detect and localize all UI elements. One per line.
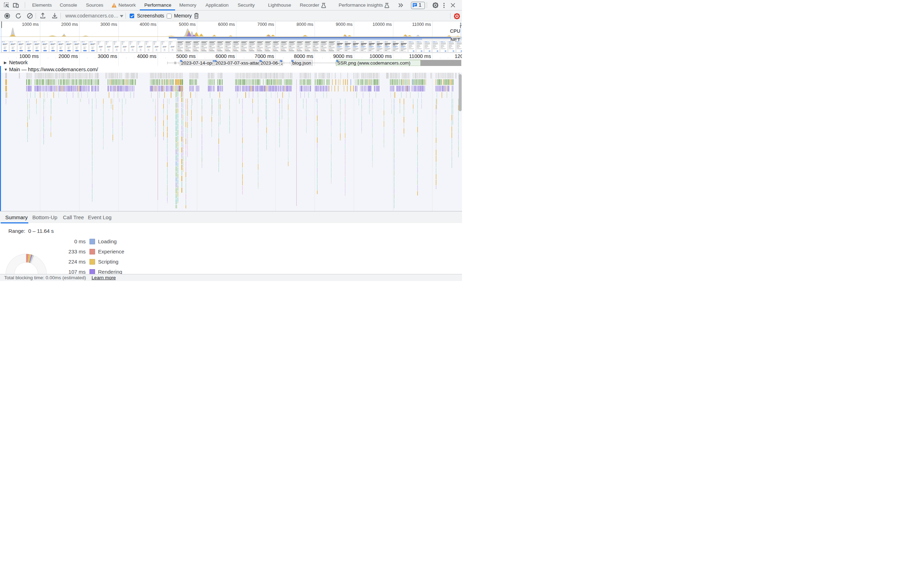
svg-text:6000 ms: 6000 ms [215,53,235,59]
svg-text:9000 ms: 9000 ms [336,22,352,27]
svg-text:5000 ms: 5000 ms [179,22,196,27]
svg-text:11000 ms: 11000 ms [409,53,431,59]
svg-text:Network: Network [9,60,28,65]
svg-text:3000 ms: 3000 ms [98,53,117,59]
svg-text:11000 ms: 11000 ms [412,22,431,27]
svg-text:7000 ms: 7000 ms [255,53,274,59]
svg-text:8000 ms: 8000 ms [297,22,314,27]
svg-text:2000 ms: 2000 ms [61,22,78,27]
svg-text:1000 ms: 1000 ms [19,53,39,59]
svg-text:▶: ▶ [4,60,7,64]
svg-text:10000 ms: 10000 ms [372,22,392,27]
svg-text:▼: ▼ [4,67,8,71]
svg-text:2023-07-07-xss-attacks: 2023-07-07-xss-attacks [216,60,265,65]
svg-text:6000 ms: 6000 ms [218,22,235,27]
svg-text:1000 ms: 1000 ms [22,22,39,27]
svg-text:2000 ms: 2000 ms [58,53,78,59]
svg-text:4000 ms: 4000 ms [137,53,157,59]
svg-text:Main — https://www.codemancers: Main — https://www.codemancers.com/ [9,66,99,72]
svg-text:7000 ms: 7000 ms [257,22,274,27]
svg-text:3000 ms: 3000 ms [100,22,117,27]
svg-text:CPU: CPU [450,28,460,34]
svg-text:9000 ms: 9000 ms [333,53,352,59]
svg-text:4000 ms: 4000 ms [140,22,157,27]
svg-text:8000 ms: 8000 ms [294,53,314,59]
svg-text:12000 ms: 12000 ms [454,53,462,59]
svg-text:SSR.png (www.codemancers.com): SSR.png (www.codemancers.com) [337,60,410,65]
svg-text:10000 ms: 10000 ms [369,53,392,59]
svg-text:5000 ms: 5000 ms [176,53,196,59]
